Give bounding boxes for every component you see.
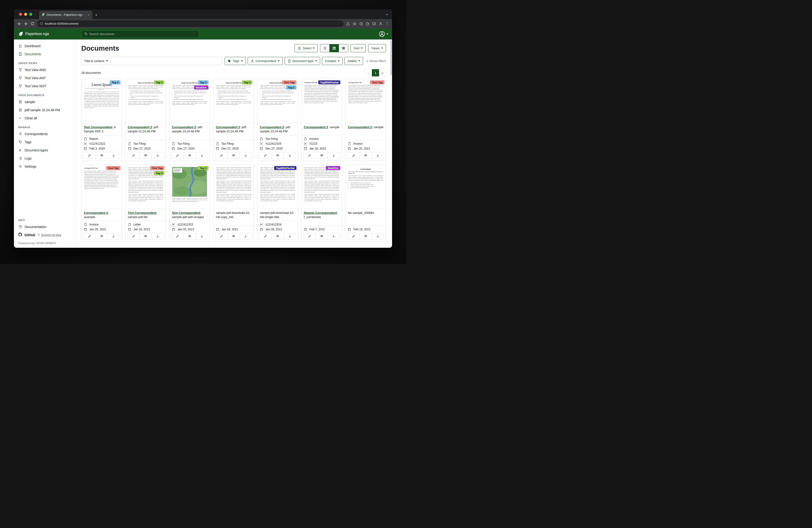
document-type-filter-button[interactable]: Document type — [285, 57, 320, 65]
sidebar-item-github[interactable]: GitHub Suggest an idea — [14, 231, 75, 239]
pagination-next-button[interactable]: » — [379, 69, 386, 76]
document-thumbnail[interactable]: TagWithPartial Lorem ipsum dolor sit ame… — [258, 165, 298, 209]
document-card[interactable]: Tag 3 Lorem ipsum dolor sit amet, consec… — [169, 165, 210, 242]
tag-badge[interactable]: Test Tag — [282, 80, 296, 84]
view-button[interactable] — [184, 152, 196, 159]
view-button[interactable] — [140, 152, 152, 159]
document-card[interactable]: Test TagTag 3 Lorem ipsum dolor sit amet… — [125, 165, 166, 242]
document-card[interactable]: Lorem ipsum dolor sit amet, consectetur … — [213, 165, 254, 242]
correspondent-link[interactable]: Correspondent 2 — [304, 125, 328, 129]
view-button[interactable] — [96, 233, 108, 239]
document-card[interactable]: TagWithPartial Lorem ipsum dolor sit ame… — [257, 165, 298, 242]
document-thumbnail[interactable]: Lorem ipsum dolor sit amet, consectetur … — [214, 165, 254, 209]
edit-button[interactable] — [347, 233, 360, 239]
view-button[interactable] — [271, 233, 284, 239]
tag-badge[interactable]: Test Tag — [370, 80, 385, 84]
download-button[interactable] — [328, 152, 340, 159]
grid-view-button[interactable] — [329, 44, 339, 52]
document-thumbnail[interactable]: TagWithPartial A Simple PDF File Lorem i… — [302, 79, 342, 123]
correspondent-link[interactable]: Correspondent 2 — [128, 125, 152, 129]
zoom-window-button[interactable] — [29, 13, 32, 16]
sidebar-item-logs[interactable]: Logs — [14, 154, 75, 162]
share-icon[interactable] — [346, 22, 350, 26]
download-button[interactable] — [284, 152, 296, 159]
pagination-prev-button[interactable]: « — [365, 69, 372, 76]
tag-badge[interactable]: Tag 2 — [198, 80, 208, 84]
download-button[interactable] — [372, 152, 384, 159]
correspondent-link[interactable]: Correspondent 2 — [84, 211, 108, 215]
views-button[interactable]: Views — [368, 44, 386, 52]
edit-button[interactable] — [171, 152, 184, 159]
edit-button[interactable] — [215, 233, 228, 239]
edit-button[interactable] — [128, 233, 140, 239]
sidebar-item-dashboard[interactable]: Dashboard — [14, 42, 75, 50]
correspondent-link[interactable]: Correspondent 2 — [348, 125, 372, 129]
back-button[interactable] — [17, 22, 21, 26]
document-thumbnail[interactable]: Test TagTag 2 Adobe Acrobat PDF Files Lo… — [258, 79, 298, 123]
user-menu[interactable] — [379, 31, 388, 37]
tag-badge[interactable]: TagWithPartial — [318, 80, 340, 84]
minimize-window-button[interactable] — [24, 13, 27, 16]
correspondent-filter-button[interactable]: Correspondent — [248, 57, 283, 65]
correspondent-link[interactable]: Test Correspondent — [84, 125, 112, 129]
document-thumbnail[interactable]: Tag 2 Lorem Ipsum “Neque porro quisquam … — [82, 79, 122, 123]
view-button[interactable] — [316, 152, 328, 159]
sidebar-item-close-all[interactable]: × Close all — [14, 114, 75, 122]
document-card[interactable]: NewOne Lorem ipsum dolor sit amet, conse… — [301, 165, 342, 242]
document-card[interactable]: TagWithPartial A Simple PDF File Lorem i… — [301, 79, 342, 161]
status-circle-icon[interactable] — [359, 22, 363, 26]
forward-button[interactable] — [24, 22, 28, 26]
sidebar-item-documentation[interactable]: Documentation — [14, 223, 75, 231]
tag-badge[interactable]: TagWithPartial — [274, 166, 296, 170]
bookmark-star-icon[interactable] — [353, 22, 356, 26]
tab-close-icon[interactable]: × — [87, 13, 90, 17]
edit-button[interactable] — [83, 152, 96, 159]
view-button[interactable] — [360, 233, 372, 239]
document-thumbnail[interactable]: Tag 3 Lorem ipsum dolor sit amet, consec… — [170, 165, 210, 209]
reset-filters-link[interactable]: × Reset filters — [366, 59, 386, 63]
global-search[interactable] — [82, 30, 199, 38]
tag-badge[interactable]: NewOne — [194, 85, 208, 89]
view-button[interactable] — [228, 233, 240, 239]
download-button[interactable] — [196, 233, 208, 239]
scrollbar[interactable] — [390, 40, 392, 248]
edit-button[interactable] — [259, 152, 272, 159]
tag-badge[interactable]: Tag 3 — [154, 171, 164, 175]
tag-badge[interactable]: Tag 3 — [154, 80, 164, 84]
split-view-icon[interactable] — [372, 22, 376, 26]
list-view-button[interactable] — [320, 44, 330, 52]
tag-badge[interactable]: NewOne — [326, 166, 340, 170]
detail-view-button[interactable] — [339, 44, 348, 52]
download-button[interactable] — [151, 233, 164, 239]
tag-badge[interactable]: Tag 3 — [242, 80, 252, 84]
correspondent-link[interactable]: Correspondent 2 — [172, 125, 196, 129]
select-button[interactable]: Select — [294, 44, 318, 52]
view-button[interactable] — [140, 233, 152, 239]
view-button[interactable] — [96, 152, 108, 159]
document-card[interactable]: Tag 3 Adobe Acrobat PDF Files Lorem ipsu… — [213, 79, 254, 161]
tab-search-chevron-icon[interactable] — [386, 13, 388, 17]
browser-profile-icon[interactable] — [379, 22, 382, 26]
document-thumbnail[interactable]: Tag 3 Adobe Acrobat PDF Files Lorem ipsu… — [214, 79, 254, 123]
sidebar-item-tags[interactable]: Tags — [14, 138, 75, 146]
sidebar-item-settings[interactable]: Settings — [14, 162, 75, 170]
app-brand[interactable]: Paperless-ngx — [14, 31, 75, 37]
document-thumbnail[interactable]: Test TagTag 3 Lorem ipsum dolor sit amet… — [126, 165, 166, 209]
tag-badge[interactable]: Test Tag — [106, 166, 120, 170]
view-button[interactable] — [184, 233, 196, 239]
added-filter-button[interactable]: Added — [345, 57, 363, 65]
sidebar-item-document-types[interactable]: # Document types — [14, 146, 75, 154]
correspondent-link[interactable]: Correspondent 2 — [216, 125, 240, 129]
tags-filter-button[interactable]: Tags — [225, 57, 246, 65]
sidebar-item-saved-view-any[interactable]: Test View ANY — [14, 74, 75, 82]
tag-badge[interactable]: Test Tag — [150, 166, 164, 170]
download-button[interactable] — [151, 152, 164, 159]
suggest-idea-link[interactable]: Suggest an idea — [38, 233, 61, 237]
download-button[interactable] — [284, 233, 296, 239]
view-button[interactable] — [316, 233, 328, 239]
sidebar-item-correspondents[interactable]: Correspondents — [14, 130, 75, 138]
sidebar-item-open-doc-pdf-sample[interactable]: pdf-sample 10.24.48 PM — [14, 106, 75, 114]
document-thumbnail[interactable]: Test Tag A Simple PDF File Lorem ipsum d… — [82, 165, 122, 209]
document-card[interactable]: Test Tag A Simple PDF File Lorem ipsum d… — [345, 79, 386, 161]
sidebar-item-saved-view-not[interactable]: Test View NOT — [14, 82, 75, 90]
